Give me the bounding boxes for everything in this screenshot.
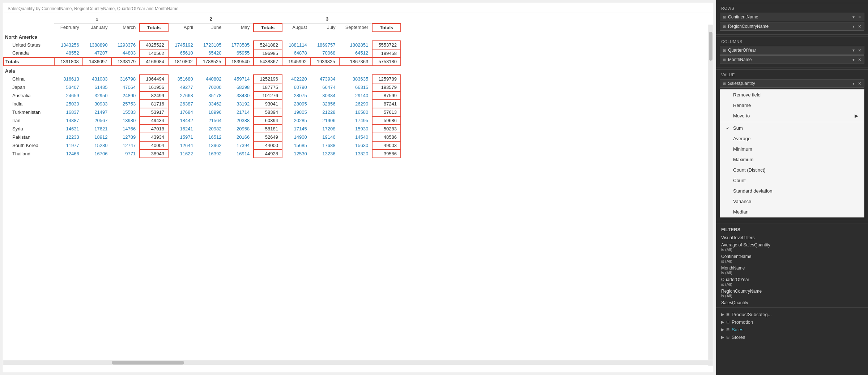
ca-q1-tot: 140562 xyxy=(140,49,168,57)
quarter-of-year-pill[interactable]: ⊞ QuarterOfYear ▼ × xyxy=(720,46,864,55)
filters-header: FILTERS xyxy=(716,224,868,234)
filter-quarter-label: QuarterOfYear xyxy=(721,277,863,282)
ctx-rename-label: Rename xyxy=(733,103,751,108)
row-iran: Iran 14887 20567 13980 49434 18442 21564… xyxy=(4,116,401,125)
us-q1-tot: 4025522 xyxy=(140,41,168,49)
filter-visual-level: Visual level filters xyxy=(716,234,868,241)
filter-region-label: RegionCountryName xyxy=(721,289,863,294)
tree-stores-label: Stores xyxy=(732,335,745,340)
us-mar: 1293376 xyxy=(111,41,140,49)
ctx-move-to-label: Move to xyxy=(733,113,750,118)
remove-quarter-icon[interactable]: × xyxy=(858,48,861,53)
tree-sales-label: Sales xyxy=(732,327,744,332)
ctx-std-dev[interactable]: Standard deviation xyxy=(720,186,864,196)
grid-small-icon: ⊞ xyxy=(723,15,726,19)
region-country-pill[interactable]: ⊞ RegionCountryName ▼ × xyxy=(720,22,864,31)
na-tot-may: 1839540 xyxy=(225,57,254,66)
ca-q3-tot: 199458 xyxy=(372,49,401,57)
ctx-divider1 xyxy=(720,122,864,122)
col-aug: August xyxy=(282,23,311,32)
na-tot-q3: 5753180 xyxy=(372,57,401,66)
ctx-move-to[interactable]: Move to ▶ xyxy=(720,111,864,121)
row-label: Canada xyxy=(4,49,54,57)
col-q3-totals: Totals xyxy=(372,23,401,32)
tree-item-stores[interactable]: ▶ ⊞ Stores xyxy=(716,333,868,341)
dropdown-icon2[interactable]: ▼ xyxy=(852,25,855,29)
tree-item-sales[interactable]: ▶ ⊞ Sales xyxy=(716,326,868,333)
right-panel: Rows ⊞ ContinentName ▼ × ⊞ RegionCountry… xyxy=(716,0,868,375)
ctx-median[interactable]: Median xyxy=(720,207,864,217)
month-name-pill[interactable]: ⊞ MonthName ▼ × xyxy=(720,55,864,64)
continent-name-pill[interactable]: ⊞ ContinentName ▼ × xyxy=(720,13,864,21)
columns-label: Columns xyxy=(716,38,868,45)
dropdown-icon4[interactable]: ▼ xyxy=(852,58,855,62)
us-q2-tot: 5241882 xyxy=(254,41,282,49)
ctx-minimum[interactable]: Minimum xyxy=(720,144,864,154)
ctx-remove-field[interactable]: Remove field xyxy=(720,90,864,100)
remove-month-icon[interactable]: × xyxy=(858,57,861,62)
scrollbar-thumb-horizontal[interactable] xyxy=(112,361,184,365)
ctx-minimum-label: Minimum xyxy=(733,146,752,152)
ctx-count-distinct[interactable]: Count (Distinct) xyxy=(720,165,864,175)
na-tot-sep: 1867363 xyxy=(339,57,373,66)
matrix-container[interactable]: 1 2 3 February January March Totals xyxy=(3,13,713,360)
tree-item-promotion[interactable]: ▶ ⊞ Promotion xyxy=(716,318,868,326)
ctx-count[interactable]: Count xyxy=(720,175,864,186)
filter-continent: ContinentName is (All) xyxy=(716,253,868,264)
filter-continent-sub: is (All) xyxy=(721,259,863,263)
continent-north-america: North America xyxy=(4,32,401,41)
region-country-label: RegionCountryName xyxy=(728,24,769,29)
filter-salesqty-label: SalesQuantity xyxy=(721,300,863,305)
filter-region: RegionCountryName is (All) xyxy=(716,287,868,299)
dropdown-icon5[interactable]: ▼ xyxy=(852,82,855,86)
ca-feb: 48552 xyxy=(54,49,83,57)
filter-avg-salesqty: Average of SalesQuantity is (All) xyxy=(716,241,868,253)
remove-continent-icon[interactable]: × xyxy=(858,14,861,20)
col-jun: June xyxy=(197,23,225,32)
tree-promotion-label: Promotion xyxy=(732,319,753,325)
row-australia: Australia 24659 32950 24890 82499 27668 … xyxy=(4,91,401,100)
remove-salesqty-icon[interactable]: × xyxy=(858,81,861,86)
arrow-icon4: ▶ xyxy=(721,335,724,340)
horizontal-scrollbar[interactable] xyxy=(3,360,713,365)
us-q3-tot: 5553722 xyxy=(372,41,401,49)
ca-jun: 65420 xyxy=(197,49,225,57)
dropdown-icon[interactable]: ▼ xyxy=(852,15,855,19)
context-menu: Remove field Rename Move to ▶ ✓ Sum xyxy=(720,89,864,217)
value-section: Value ⊞ SalesQuantity ▼ × Remove field xyxy=(716,69,868,220)
row-india: India 25030 30933 25753 81716 26387 3346… xyxy=(4,100,401,108)
divider3 xyxy=(716,222,868,222)
vertical-scrollbar[interactable] xyxy=(708,25,713,366)
dropdown-icon3[interactable]: ▼ xyxy=(852,48,855,52)
sales-quantity-pill[interactable]: ⊞ SalesQuantity ▼ × xyxy=(720,79,864,88)
ctx-rename[interactable]: Rename xyxy=(720,100,864,111)
col-jan: January xyxy=(83,23,111,32)
na-tot-mar: 1338179 xyxy=(111,57,140,66)
continent-asia: Asia xyxy=(4,66,401,75)
continent-name-label: ContinentName xyxy=(728,14,758,20)
filter-region-sub: is (All) xyxy=(721,294,863,298)
ctx-sum-label: Sum xyxy=(733,125,743,131)
ca-q2-tot: 196985 xyxy=(254,49,282,57)
q1-header: 1 xyxy=(54,13,140,23)
na-tot-apr: 1810802 xyxy=(168,57,197,66)
grid-icon3: ⊞ xyxy=(726,327,729,332)
ctx-sum[interactable]: ✓ Sum xyxy=(720,123,864,133)
ctx-remove-field-label: Remove field xyxy=(733,92,761,98)
ctx-median-label: Median xyxy=(733,209,749,215)
filter-quarter-sub: is (All) xyxy=(721,282,863,286)
ctx-variance[interactable]: Variance xyxy=(720,196,864,207)
row-canada: Canada 48552 47207 44803 140562 65610 65… xyxy=(4,49,401,57)
remove-region-icon[interactable]: × xyxy=(858,24,861,29)
ctx-average[interactable]: Average xyxy=(720,133,864,144)
filter-month-sub: is (All) xyxy=(721,271,863,275)
ctx-maximum[interactable]: Maximum xyxy=(720,154,864,165)
grid-small-icon3: ⊞ xyxy=(723,48,726,52)
rows-label: Rows xyxy=(716,5,868,12)
tree-item-productsubcat[interactable]: ▶ ⊞ ProductSubcateg... xyxy=(716,311,868,318)
grid-small-icon5: ⊞ xyxy=(723,82,726,86)
na-tot-q1: 4166084 xyxy=(140,57,168,66)
visual-title: SalesQuantity by ContinentName, RegionCo… xyxy=(3,3,713,13)
scrollbar-thumb-vertical[interactable] xyxy=(709,32,712,61)
header-empty xyxy=(4,13,54,23)
